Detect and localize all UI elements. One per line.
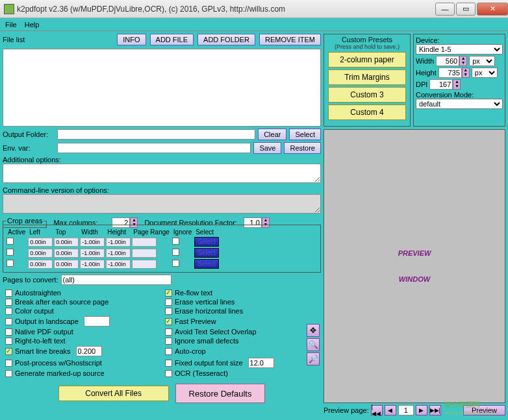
crop-ignore-checkbox[interactable] — [172, 260, 179, 267]
width-unit[interactable]: px — [469, 56, 495, 66]
output-folder-input[interactable] — [57, 129, 255, 140]
crop-top[interactable] — [54, 249, 79, 258]
filelist-textarea[interactable] — [3, 49, 321, 127]
option-checkbox[interactable] — [5, 328, 12, 336]
option-row: Right-to-left text — [5, 336, 159, 345]
conv-mode-select[interactable]: default — [416, 99, 503, 109]
prev-page-button[interactable]: ◀ — [385, 405, 396, 415]
crop-top[interactable] — [54, 260, 79, 269]
close-button[interactable]: ✕ — [477, 3, 508, 16]
option-checkbox[interactable] — [165, 308, 172, 315]
option-row: Re-flow text — [165, 288, 318, 297]
option-extra-input[interactable] — [248, 358, 274, 368]
option-checkbox[interactable] — [165, 348, 172, 355]
option-checkbox[interactable] — [165, 338, 172, 345]
menubar: File Help — [0, 18, 508, 31]
next-page-button[interactable]: ▶ — [416, 405, 427, 415]
last-page-button[interactable]: ▶▶| — [429, 405, 441, 415]
crop-width[interactable] — [80, 238, 105, 247]
info-button[interactable]: INFO — [117, 34, 146, 45]
option-checkbox[interactable] — [5, 290, 12, 297]
option-checkbox[interactable] — [165, 328, 172, 336]
save-button[interactable]: Save — [253, 142, 281, 154]
zoom-out-icon[interactable]: 🔎 — [307, 352, 320, 365]
crop-select-button[interactable]: Select — [194, 259, 219, 269]
crop-active-checkbox[interactable] — [6, 249, 14, 256]
crop-width[interactable] — [80, 249, 105, 258]
dpi-input[interactable] — [429, 79, 453, 90]
menu-help[interactable]: Help — [25, 21, 40, 29]
restore-defaults-button[interactable]: Restore Defaults — [175, 384, 266, 403]
convert-button[interactable]: Convert All Files — [58, 386, 169, 401]
presets-title: Custom Presets — [342, 36, 392, 43]
option-extra-input[interactable] — [76, 346, 102, 356]
option-checkbox[interactable] — [165, 318, 172, 325]
crop-active-checkbox[interactable] — [6, 238, 14, 245]
crop-height[interactable] — [106, 260, 131, 269]
crop-top[interactable] — [54, 238, 79, 247]
preset-button[interactable]: Custom 4 — [328, 105, 406, 120]
crop-left[interactable] — [28, 249, 53, 258]
clear-button[interactable]: Clear — [258, 129, 286, 140]
select-folder-button[interactable]: Select — [289, 129, 321, 140]
preset-button[interactable]: 2-column paper — [328, 52, 406, 68]
menu-file[interactable]: File — [5, 21, 17, 29]
option-checkbox[interactable] — [165, 360, 172, 367]
height-input[interactable] — [438, 68, 462, 78]
option-row: OCR (Tesseract) — [165, 369, 318, 378]
option-row: Fast Preview — [165, 315, 318, 327]
option-checkbox[interactable] — [5, 338, 12, 345]
option-row: Ignore small defects — [165, 336, 318, 345]
crop-height[interactable] — [106, 238, 131, 247]
additional-options-input[interactable] — [3, 164, 321, 183]
restore-button[interactable]: Restore — [284, 142, 321, 154]
crop-select-button[interactable]: Select — [194, 237, 219, 247]
option-label: Generate marked-up source — [15, 369, 105, 377]
option-extra-input[interactable] — [84, 316, 110, 327]
device-select[interactable]: Kindle 1-5 — [416, 44, 503, 55]
zoom-in-icon[interactable]: 🔍 — [307, 338, 320, 351]
remove-item-button[interactable]: REMOVE ITEM — [259, 34, 321, 45]
option-checkbox[interactable] — [5, 299, 12, 306]
height-unit[interactable]: px — [472, 68, 498, 78]
page-number-input[interactable] — [398, 405, 414, 415]
option-checkbox[interactable] — [5, 348, 12, 355]
width-input[interactable] — [436, 56, 459, 66]
preset-button[interactable]: Custom 3 — [328, 87, 406, 103]
add-file-button[interactable]: ADD FILE — [150, 34, 194, 45]
app-icon — [4, 4, 14, 14]
option-checkbox[interactable] — [165, 370, 172, 377]
first-page-button[interactable]: |◀◀ — [371, 405, 383, 415]
preset-button[interactable]: Trim Margins — [328, 69, 406, 85]
option-checkbox[interactable] — [5, 360, 12, 367]
env-var-input[interactable] — [57, 143, 251, 153]
pages-input[interactable] — [61, 275, 171, 285]
crop-left[interactable] — [28, 260, 53, 269]
option-row: Generate marked-up source — [5, 369, 159, 378]
crop-active-checkbox[interactable] — [6, 260, 14, 267]
add-folder-button[interactable]: ADD FOLDER — [197, 34, 255, 45]
option-label: Fixed output font size — [175, 359, 243, 367]
crop-pagerange[interactable] — [132, 238, 157, 247]
option-checkbox[interactable] — [5, 370, 12, 377]
option-checkbox[interactable] — [5, 318, 12, 325]
crop-pagerange[interactable] — [132, 249, 157, 258]
maximize-button[interactable]: ▭ — [456, 3, 476, 16]
crop-height[interactable] — [106, 249, 131, 258]
minimize-button[interactable]: — — [435, 3, 455, 16]
option-label: Ignore small defects — [175, 337, 238, 345]
crop-ignore-checkbox[interactable] — [172, 249, 179, 256]
crop-pagerange[interactable] — [132, 260, 157, 269]
option-checkbox[interactable] — [165, 290, 172, 297]
crop-left[interactable] — [28, 238, 53, 247]
crop-width[interactable] — [80, 260, 105, 269]
preview-page-label: Preview page: — [324, 406, 369, 414]
crop-header: Left — [27, 228, 53, 236]
option-row: Auto-crop — [165, 345, 318, 357]
crop-ignore-checkbox[interactable] — [172, 238, 179, 245]
move-icon[interactable]: ✥ — [307, 324, 320, 337]
option-checkbox[interactable] — [165, 299, 172, 306]
output-folder-label: Output Folder: — [3, 130, 55, 138]
crop-select-button[interactable]: Select — [194, 248, 219, 258]
option-checkbox[interactable] — [5, 308, 12, 315]
